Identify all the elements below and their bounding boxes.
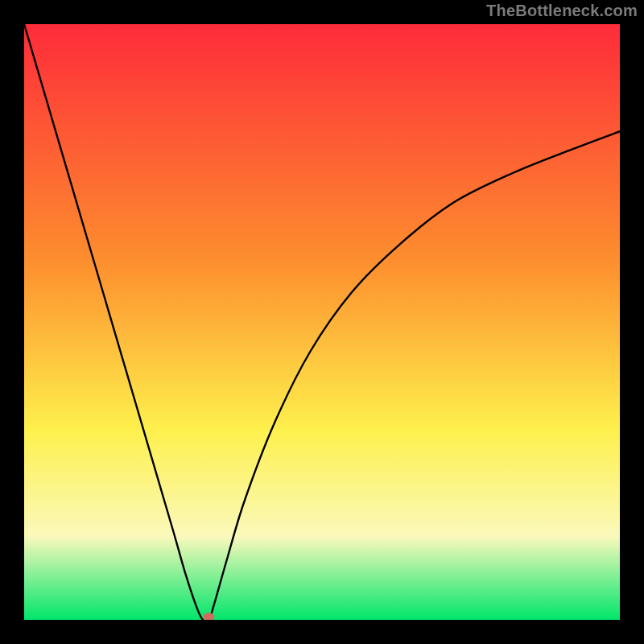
plot-area (24, 24, 620, 620)
watermark-text: TheBottleneck.com (486, 2, 638, 20)
gradient-background (24, 24, 620, 620)
bottleneck-chart (24, 24, 620, 620)
chart-frame: TheBottleneck.com (0, 0, 644, 644)
